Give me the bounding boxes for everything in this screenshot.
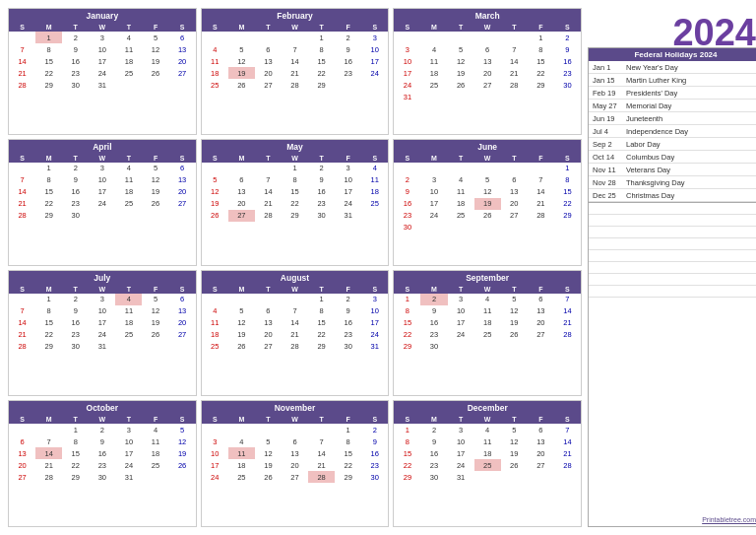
empty-cell [228, 32, 255, 43]
month-title: December [394, 401, 581, 415]
day-cell: 19 [142, 317, 168, 329]
day-cell: 16 [420, 317, 447, 329]
empty-row [589, 274, 756, 286]
day-header: S [554, 154, 581, 163]
holiday-name: Labor Day [626, 140, 661, 149]
day-cell: 5 [142, 32, 168, 43]
day-cell: 22 [62, 459, 89, 471]
day-cell: 26 [142, 67, 168, 79]
day-cell: 9 [420, 305, 447, 317]
day-cell: 24 [202, 471, 228, 483]
day-cell: 25 [115, 67, 142, 79]
day-cell: 13 [474, 55, 501, 67]
empty-cell [282, 294, 308, 305]
day-cell: 18 [474, 447, 501, 459]
holiday-name: Columbus Day [626, 153, 674, 162]
day-cell: 17 [361, 317, 388, 329]
day-cell: 21 [282, 329, 308, 341]
day-header: F [528, 415, 554, 424]
empty-row [589, 215, 756, 227]
day-cell: 18 [115, 317, 142, 329]
day-cell: 17 [448, 317, 474, 329]
day-cell: 5 [501, 294, 528, 305]
day-cell: 30 [89, 471, 115, 483]
empty-cell [394, 32, 420, 43]
day-header: M [228, 154, 255, 163]
day-cell: 25 [361, 198, 388, 210]
day-cell: 19 [448, 67, 474, 79]
day-cell: 28 [255, 210, 282, 222]
empty-row [589, 227, 756, 238]
day-cell: 24 [394, 79, 420, 91]
day-cell: 27 [169, 329, 196, 341]
day-cell: 31 [89, 79, 115, 91]
day-cell: 18 [115, 55, 142, 67]
day-cell: 15 [528, 55, 554, 67]
day-cell: 13 [255, 317, 282, 329]
day-cell: 26 [142, 329, 168, 341]
holiday-row: Dec 25Christmas Day [589, 189, 756, 202]
day-cell: 3 [394, 43, 420, 55]
day-cell: 14 [282, 55, 308, 67]
day-header: S [361, 285, 388, 294]
day-header: W [282, 154, 308, 163]
day-cell: 21 [9, 329, 35, 341]
empty-cell [228, 424, 255, 435]
holiday-row: Jun 19Juneteenth [589, 112, 756, 125]
holiday-name: Martin Luther King [626, 76, 686, 85]
day-cell: 14 [9, 186, 35, 198]
day-header: W [282, 23, 308, 32]
day-cell: 10 [361, 43, 388, 55]
day-cell: 6 [282, 435, 308, 447]
day-cell: 16 [335, 55, 361, 67]
day-header: M [420, 415, 447, 424]
day-cell: 10 [335, 174, 361, 186]
day-header: W [474, 23, 501, 32]
day-cell: 24 [89, 329, 115, 341]
day-cell: 15 [554, 186, 581, 198]
day-cell: 20 [255, 67, 282, 79]
day-cell: 30 [308, 210, 335, 222]
day-cell: 26 [255, 471, 282, 483]
day-cell: 2 [335, 294, 361, 305]
calendar-may: MaySMTWTFS123456789101112131415161718192… [201, 139, 390, 266]
day-cell: 22 [35, 329, 62, 341]
day-cell: 23 [62, 67, 89, 79]
holiday-name: Independence Day [626, 127, 688, 136]
day-cell: 2 [361, 424, 388, 435]
empty-rows [588, 203, 756, 527]
day-cell: 23 [89, 459, 115, 471]
day-cell: 4 [115, 32, 142, 43]
day-header: W [474, 415, 501, 424]
holiday-date: Feb 19 [593, 89, 622, 98]
day-cell: 4 [420, 43, 447, 55]
day-cell: 4 [202, 43, 228, 55]
day-cell: 22 [308, 67, 335, 79]
day-cell: 1 [62, 424, 89, 435]
day-cell: 28 [282, 79, 308, 91]
day-header: T [448, 23, 474, 32]
holiday-row: Jan 1New Year's Day [589, 61, 756, 74]
day-cell: 28 [554, 329, 581, 341]
day-header: S [361, 415, 388, 424]
day-cell: 8 [308, 43, 335, 55]
day-cell: 26 [474, 210, 501, 222]
day-header: T [501, 154, 528, 163]
holiday-row: Sep 2Labor Day [589, 138, 756, 151]
day-header: T [62, 154, 89, 163]
empty-cell [448, 32, 474, 43]
day-cell: 19 [474, 198, 501, 210]
day-cell: 23 [420, 459, 447, 471]
day-cell: 2 [62, 163, 89, 174]
day-cell: 5 [501, 424, 528, 435]
day-cell: 25 [474, 329, 501, 341]
holiday-row: Jan 15Martin Luther King [589, 74, 756, 87]
day-cell: 22 [282, 198, 308, 210]
calendar-january: JanuarySMTWTFS12345678910111213141516171… [8, 8, 197, 135]
day-cell: 9 [308, 174, 335, 186]
day-cell: 23 [335, 329, 361, 341]
day-header: S [394, 154, 420, 163]
empty-cell [474, 163, 501, 174]
day-cell: 11 [474, 435, 501, 447]
day-cell: 26 [202, 210, 228, 222]
